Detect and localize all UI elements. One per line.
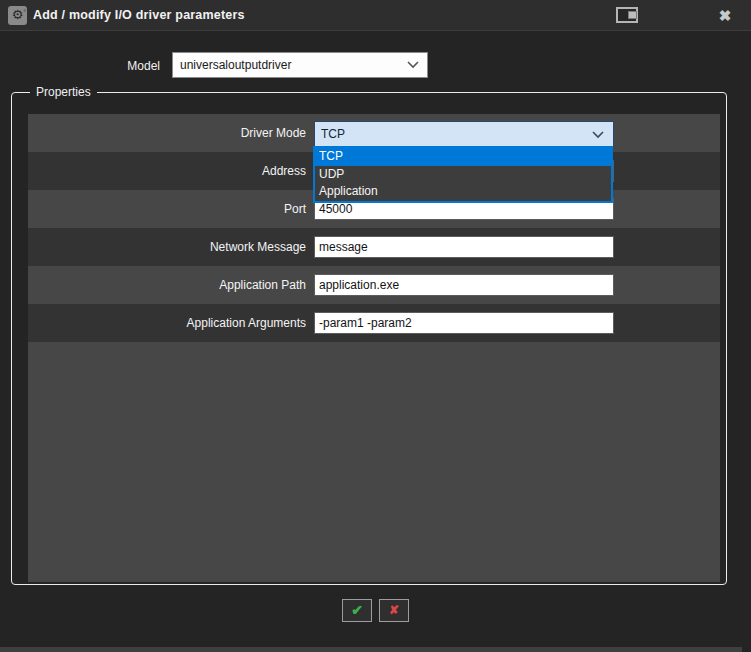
driver-mode-label: Driver Mode <box>28 114 306 152</box>
dropdown-option-tcp[interactable]: TCP <box>315 148 611 166</box>
application-arguments-label: Application Arguments <box>28 304 306 342</box>
driver-mode-select-value: TCP <box>321 127 345 141</box>
window-bottom-edge <box>0 647 742 652</box>
window-title: Add / modify I/O driver parameters <box>33 8 245 22</box>
chevron-down-icon <box>407 61 419 69</box>
dropdown-option-application[interactable]: Application <box>315 183 611 201</box>
mini-gear-icon: ° <box>23 4 26 22</box>
model-select[interactable]: universaloutputdriver <box>172 52 428 78</box>
application-path-field[interactable] <box>314 274 614 296</box>
dropdown-option-udp[interactable]: UDP <box>315 166 611 184</box>
close-icon: ✖ <box>719 7 732 24</box>
titlebar[interactable]: ⚙ ° Add / modify I/O driver parameters ✖ <box>0 0 751 31</box>
check-icon: ✔ <box>351 602 363 618</box>
network-message-field[interactable] <box>314 236 614 258</box>
network-message-label: Network Message <box>28 228 306 266</box>
driver-mode-select[interactable]: TCP <box>314 121 614 147</box>
driver-mode-dropdown-list: TCP UDP Application <box>313 146 613 203</box>
model-label: Model <box>60 59 160 73</box>
application-path-label: Application Path <box>28 266 306 304</box>
address-label: Address <box>28 152 306 190</box>
application-arguments-field[interactable] <box>314 312 614 334</box>
dialog-add-modify-io-driver: { "window": { "title": "Add / modify I/O… <box>0 0 751 652</box>
dock-window-icon <box>628 11 637 19</box>
model-select-value: universaloutputdriver <box>180 58 291 72</box>
cancel-button[interactable]: ✘ <box>379 599 409 622</box>
properties-legend: Properties <box>30 85 97 99</box>
chevron-down-icon <box>592 131 604 139</box>
dock-window-button[interactable] <box>616 7 638 23</box>
gear-icon: ⚙ ° <box>8 6 27 25</box>
port-label: Port <box>28 190 306 228</box>
cross-icon: ✘ <box>389 603 399 617</box>
table-row-network-message: Network Message <box>28 228 720 266</box>
table-row-application-arguments: Application Arguments <box>28 304 720 342</box>
table-row-application-path: Application Path <box>28 266 720 304</box>
ok-button[interactable]: ✔ <box>342 599 372 622</box>
close-button[interactable]: ✖ <box>715 6 735 26</box>
